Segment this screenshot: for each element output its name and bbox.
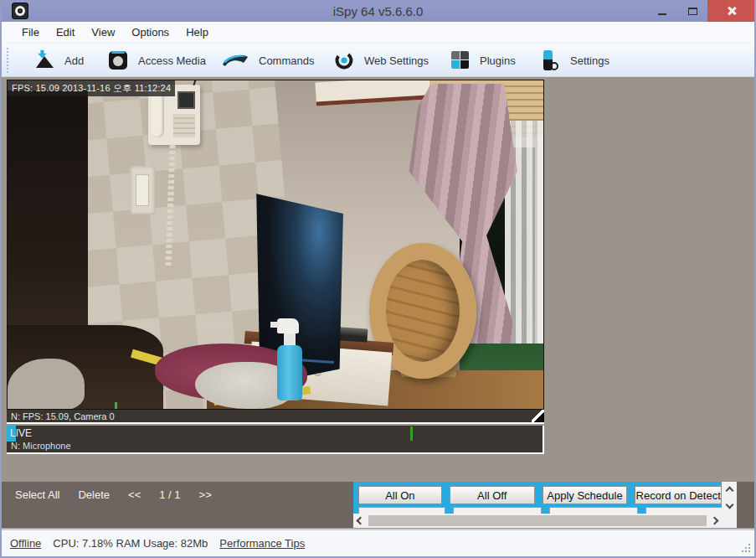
motion-level-tick <box>115 402 117 409</box>
menu-edit[interactable]: Edit <box>48 23 83 42</box>
all-off-button[interactable]: All Off <box>450 486 535 504</box>
maximize-button[interactable] <box>677 0 707 22</box>
menu-file[interactable]: File <box>13 23 48 42</box>
scroll-left-icon[interactable] <box>357 517 365 525</box>
workspace: FPS: 15.09 2013-11-16 오후 11:12:24 N: FPS… <box>2 77 754 529</box>
menu-view[interactable]: View <box>83 23 123 42</box>
access-media-button[interactable]: Access Media <box>102 44 211 77</box>
live-label: LIVE <box>10 427 32 439</box>
commands-icon <box>221 49 249 71</box>
maximize-icon <box>688 8 697 15</box>
vertical-scrollbar[interactable] <box>722 482 737 514</box>
scroll-up-icon[interactable] <box>725 487 733 495</box>
camera-actions-panel: All On All Off Apply Schedule Record on … <box>353 482 737 528</box>
app-window: iSpy 64 v5.6.6.0 File Edit View Options … <box>0 0 756 558</box>
toolbar-grip <box>7 48 8 73</box>
menu-help[interactable]: Help <box>177 23 217 42</box>
window-resize-grip[interactable] <box>741 543 751 553</box>
list-controls: Select All Delete << 1 / 1 >> <box>15 488 212 501</box>
add-label: Add <box>64 54 84 67</box>
statusbar: Offline CPU: 7.18% RAM Usage: 82Mb Perfo… <box>2 529 754 556</box>
bottom-control-bar: Select All Delete << 1 / 1 >> All On All… <box>2 482 754 528</box>
fps-timestamp-overlay: FPS: 15.09 2013-11-16 오후 11:12:24 <box>8 80 175 96</box>
camera-resize-handle[interactable] <box>532 410 544 422</box>
apply-schedule-button[interactable]: Apply Schedule <box>543 486 628 504</box>
spray-bottle-nozzle <box>270 322 279 328</box>
settings-icon <box>539 49 561 71</box>
settings-button[interactable]: Settings <box>534 44 615 77</box>
web-settings-icon <box>333 49 355 71</box>
scroll-down-icon[interactable] <box>725 501 733 509</box>
light-switch-rocker <box>136 174 149 206</box>
scrollbar-corner <box>722 514 737 528</box>
spray-bottle-head <box>277 318 299 333</box>
intercom-screen <box>177 91 195 109</box>
minimize-icon <box>658 13 666 15</box>
horizontal-scrollbar[interactable] <box>353 514 722 528</box>
access-media-icon <box>107 49 129 71</box>
performance-tips-link[interactable]: Performance Tips <box>219 537 305 550</box>
toolbar: Add Access Media Commands <box>0 44 756 77</box>
camera-status-text: N: FPS: 15.09, Camera 0 <box>11 411 115 421</box>
commands-button[interactable]: Commands <box>216 44 319 77</box>
cpu-ram-usage: CPU: 7.18% RAM Usage: 82Mb <box>53 537 208 550</box>
audio-level-tick <box>410 426 413 441</box>
web-settings-button[interactable]: Web Settings <box>328 44 434 77</box>
select-all-button[interactable]: Select All <box>15 488 59 501</box>
microphone-label: N: Microphone <box>11 441 71 451</box>
web-settings-label: Web Settings <box>364 54 429 67</box>
close-button[interactable] <box>707 0 756 22</box>
next-page-button[interactable]: >> <box>199 488 212 501</box>
window-controls <box>647 0 756 22</box>
titlebar: iSpy 64 v5.6.6.0 <box>0 0 756 22</box>
offline-link[interactable]: Offline <box>10 537 41 550</box>
record-on-detect-button[interactable]: Record on Detect <box>635 486 722 504</box>
menu-options[interactable]: Options <box>123 23 177 42</box>
page-indicator: 1 / 1 <box>159 488 180 501</box>
camera-status-bar[interactable]: N: FPS: 15.09, Camera 0 <box>7 410 544 424</box>
intercom-keys <box>173 114 195 137</box>
plugins-icon <box>449 49 471 71</box>
window-title: iSpy 64 v5.6.6.0 <box>0 4 756 18</box>
access-media-label: Access Media <box>138 54 206 67</box>
commands-label: Commands <box>259 54 314 67</box>
add-button[interactable]: Add <box>28 44 89 77</box>
delete-button[interactable]: Delete <box>78 488 110 501</box>
add-icon <box>33 49 55 71</box>
dark-doorway <box>8 90 88 340</box>
next-row-button-stubs <box>358 507 736 514</box>
close-icon <box>727 6 737 16</box>
plugins-button[interactable]: Plugins <box>444 44 521 77</box>
microphone-panel[interactable]: LIVE N: Microphone <box>7 426 544 454</box>
settings-label: Settings <box>570 54 609 67</box>
minimize-button[interactable] <box>647 0 677 22</box>
spray-bottle <box>277 345 302 400</box>
camera-feed[interactable]: FPS: 15.09 2013-11-16 오후 11:12:24 <box>7 80 544 410</box>
plugins-label: Plugins <box>480 54 516 67</box>
horizontal-scroll-thumb[interactable] <box>368 515 707 526</box>
all-on-button[interactable]: All On <box>358 486 442 504</box>
gray-cloth <box>8 359 85 410</box>
prev-page-button[interactable]: << <box>128 488 141 501</box>
menubar: File Edit View Options Help <box>0 22 756 44</box>
camera-widget: FPS: 15.09 2013-11-16 오후 11:12:24 N: FPS… <box>7 80 544 424</box>
scroll-right-icon[interactable] <box>711 517 719 525</box>
